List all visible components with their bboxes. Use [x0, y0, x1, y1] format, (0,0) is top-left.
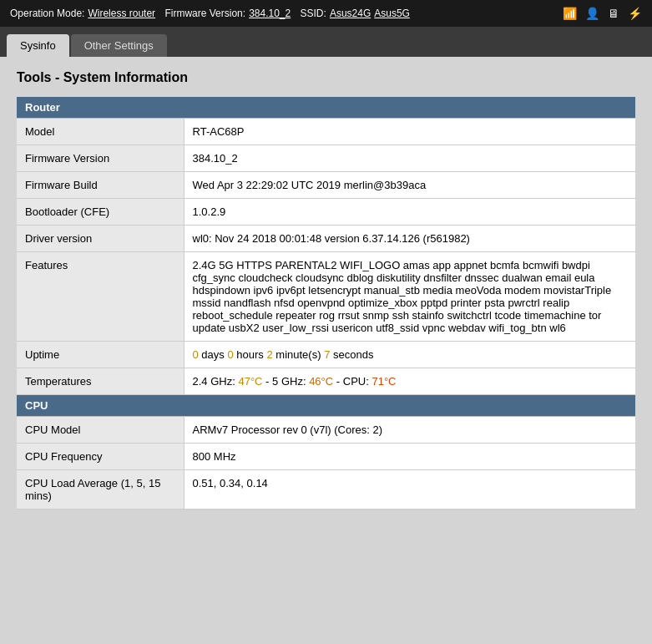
cpu-load-label: CPU Load Average (1, 5, 15 mins)	[17, 470, 184, 510]
table-row: CPU Model ARMv7 Processor rev 0 (v7l) (C…	[17, 417, 635, 444]
table-row: Uptime 0 days 0 hours 2 minute(s) 7 seco…	[17, 342, 635, 368]
cpu-model-value: ARMv7 Processor rev 0 (v7l) (Cores: 2)	[184, 417, 635, 444]
firmware-version-value: 384.10_2	[184, 145, 635, 172]
table-row: CPU Frequency 800 MHz	[17, 444, 635, 470]
table-row: Firmware Version 384.10_2	[17, 145, 635, 172]
temp-24ghz-label: 2.4 GHz:	[193, 375, 235, 388]
uptime-seconds-val: 7	[324, 348, 330, 361]
main-content: Tools - System Information Router Model …	[0, 57, 652, 644]
table-row: Features 2.4G 5G HTTPS PARENTAL2 WIFI_LO…	[17, 252, 635, 342]
ssid-label: SSID:	[301, 8, 326, 19]
table-row: CPU Load Average (1, 5, 15 mins) 0.51, 0…	[17, 470, 635, 510]
driver-version-value: wl0: Nov 24 2018 00:01:48 version 6.37.1…	[184, 226, 635, 252]
uptime-days-val: 0	[193, 348, 199, 361]
ssid1-link[interactable]: Asus24G	[330, 8, 371, 19]
info-table: Router Model RT-AC68P Firmware Version 3…	[17, 97, 635, 510]
wifi-icon[interactable]	[563, 7, 577, 20]
top-bar: Operation Mode: Wireless router Firmware…	[0, 0, 652, 27]
driver-version-label: Driver version	[17, 226, 184, 252]
usb-icon[interactable]	[628, 7, 642, 20]
temp-separator1: - 5 GHz:	[265, 375, 306, 388]
bootloader-label: Bootloader (CFE)	[17, 199, 184, 226]
temperatures-value: 2.4 GHz: 47°C - 5 GHz: 46°C - CPU: 71°C	[184, 368, 635, 395]
firmware-build-value: Wed Apr 3 22:29:02 UTC 2019 merlin@3b39a…	[184, 172, 635, 199]
firmware-version-label: Firmware Version:	[164, 8, 245, 19]
features-value: 2.4G 5G HTTPS PARENTAL2 WIFI_LOGO amas a…	[184, 252, 635, 342]
monitor-icon[interactable]	[608, 7, 619, 20]
model-value: RT-AC68P	[184, 119, 635, 145]
bootloader-value: 1.0.2.9	[184, 199, 635, 226]
uptime-hours-val: 0	[227, 348, 233, 361]
temp-5ghz-val: 46°C	[309, 375, 333, 388]
table-row: Model RT-AC68P	[17, 119, 635, 145]
table-row: Bootloader (CFE) 1.0.2.9	[17, 199, 635, 226]
cpu-frequency-label: CPU Frequency	[17, 444, 184, 470]
operation-mode-link[interactable]: Wireless router	[88, 8, 155, 19]
cpu-section-header: CPU	[17, 395, 635, 416]
temperatures-label: Temperatures	[17, 368, 184, 395]
user-icon[interactable]	[585, 7, 599, 20]
uptime-value: 0 days 0 hours 2 minute(s) 7 seconds	[184, 342, 635, 368]
tabs-bar: Sysinfo Other Settings	[0, 27, 652, 57]
uptime-hours-label: hours	[236, 348, 264, 361]
tab-other-settings[interactable]: Other Settings	[71, 34, 167, 57]
table-row: Driver version wl0: Nov 24 2018 00:01:48…	[17, 226, 635, 252]
page-title: Tools - System Information	[17, 70, 635, 85]
operation-mode-label: Operation Mode:	[10, 8, 84, 19]
temp-cpu-val: 71°C	[371, 375, 396, 388]
model-label: Model	[17, 119, 184, 145]
cpu-section-header-row: CPU	[17, 395, 635, 417]
table-row: Temperatures 2.4 GHz: 47°C - 5 GHz: 46°C…	[17, 368, 635, 395]
top-bar-icons	[563, 7, 642, 20]
uptime-label: Uptime	[17, 342, 184, 368]
uptime-minutes-label: minute(s)	[275, 348, 321, 361]
temp-separator2: - CPU:	[336, 375, 369, 388]
temp-24ghz-val: 47°C	[238, 375, 262, 388]
cpu-model-label: CPU Model	[17, 417, 184, 444]
firmware-version-label-cell: Firmware Version	[17, 145, 184, 172]
table-row: Firmware Build Wed Apr 3 22:29:02 UTC 20…	[17, 172, 635, 199]
firmware-version-link[interactable]: 384.10_2	[249, 8, 291, 19]
cpu-load-value: 0.51, 0.34, 0.14	[184, 470, 635, 510]
uptime-days-label: days	[201, 348, 224, 361]
features-label: Features	[17, 252, 184, 342]
uptime-minutes-val: 2	[266, 348, 272, 361]
top-bar-info: Operation Mode: Wireless router Firmware…	[10, 8, 410, 19]
tab-sysinfo[interactable]: Sysinfo	[7, 34, 69, 57]
cpu-frequency-value: 800 MHz	[184, 444, 635, 470]
ssid2-link[interactable]: Asus5G	[374, 8, 410, 19]
firmware-build-label: Firmware Build	[17, 172, 184, 199]
router-section-header: Router	[17, 97, 635, 118]
uptime-seconds-label: seconds	[333, 348, 373, 361]
router-section-header-row: Router	[17, 97, 635, 119]
